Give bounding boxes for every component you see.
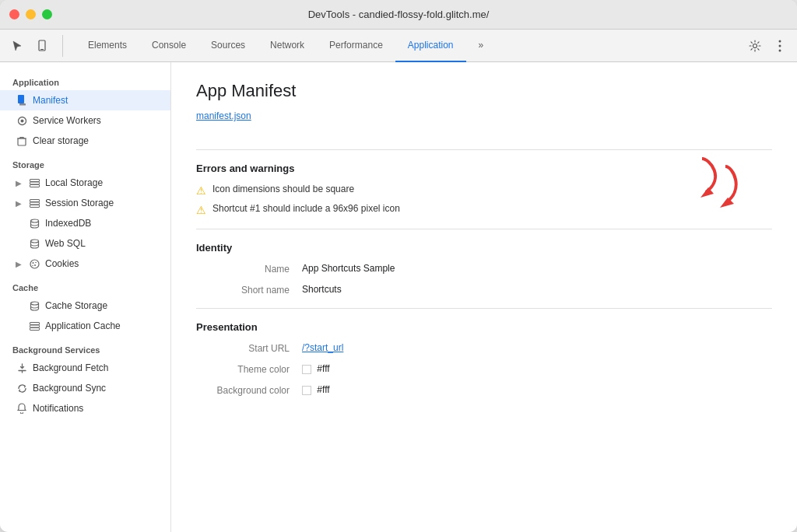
tab-application[interactable]: Application — [395, 30, 466, 62]
sidebar-item-application-cache[interactable]: Application Cache — [0, 316, 170, 336]
errors-section: Errors and warnings ⚠ Icon dimensions sh… — [196, 163, 772, 216]
svg-point-18 — [30, 240, 38, 243]
field-label-name: Name — [196, 263, 290, 275]
main-layout: Application Manifest Service Workers Cle… — [0, 62, 797, 532]
divider-3 — [196, 308, 772, 309]
divider-2 — [196, 229, 772, 229]
toolbar: Elements Console Sources Network Perform… — [0, 30, 797, 62]
toolbar-icon-group — [6, 35, 63, 57]
sidebar-item-notifications[interactable]: Notifications — [0, 398, 170, 418]
local-storage-icon — [28, 179, 40, 187]
svg-rect-7 — [19, 103, 26, 106]
more-icon[interactable] — [769, 35, 791, 57]
device-toggle-icon[interactable] — [31, 35, 53, 57]
svg-rect-26 — [30, 325, 39, 327]
tab-performance[interactable]: Performance — [317, 30, 395, 62]
window-title: DevTools - candied-flossy-fold.glitch.me… — [308, 9, 490, 20]
svg-rect-13 — [30, 184, 39, 187]
sidebar-item-clear-storage[interactable]: Clear storage — [0, 131, 170, 151]
sidebar-section-storage: Storage — [0, 151, 170, 173]
window-controls — [9, 9, 52, 19]
svg-rect-14 — [30, 199, 39, 201]
tab-list: Elements Console Sources Network Perform… — [75, 30, 738, 62]
indexeddb-icon — [28, 219, 40, 229]
svg-point-21 — [35, 261, 37, 263]
svg-rect-15 — [30, 202, 39, 205]
theme-color-swatch — [302, 365, 311, 374]
svg-point-3 — [779, 40, 781, 42]
cookies-icon — [28, 259, 40, 269]
expand-arrow-cookies: ▶ — [16, 260, 22, 268]
svg-point-5 — [779, 49, 781, 51]
error-item-1: ⚠ Icon dimensions should be square — [196, 184, 772, 197]
svg-point-24 — [30, 302, 38, 305]
divider-1 — [196, 149, 772, 150]
sidebar-item-background-fetch[interactable]: Background Fetch — [0, 358, 170, 378]
web-sql-icon — [28, 239, 40, 249]
cursor-icon[interactable] — [6, 35, 28, 57]
background-fetch-icon — [16, 363, 28, 373]
settings-icon[interactable] — [744, 35, 766, 57]
identity-section: Identity Name App Shortcuts Sample Short… — [196, 242, 772, 296]
field-label-bgcolor: Background color — [196, 384, 290, 396]
sidebar: Application Manifest Service Workers Cle… — [0, 62, 171, 532]
tab-elements[interactable]: Elements — [75, 30, 139, 62]
identity-title: Identity — [196, 242, 772, 254]
session-storage-icon — [28, 199, 40, 208]
svg-point-23 — [32, 264, 33, 265]
minimize-button[interactable] — [26, 9, 36, 19]
sidebar-section-application: Application — [0, 68, 170, 90]
manifest-link[interactable]: manifest.json — [196, 110, 251, 121]
service-workers-icon — [16, 116, 28, 126]
titlebar: DevTools - candied-flossy-fold.glitch.me… — [0, 0, 797, 30]
start-url-link[interactable]: /?start_url — [302, 342, 343, 353]
tab-network[interactable]: Network — [258, 30, 317, 62]
bg-color-swatch — [302, 386, 311, 395]
field-value-bgcolor: #fff — [302, 384, 772, 396]
tab-console[interactable]: Console — [139, 30, 198, 62]
svg-point-2 — [753, 44, 757, 47]
svg-rect-11 — [30, 179, 39, 181]
svg-rect-27 — [30, 327, 39, 330]
clear-storage-icon — [16, 136, 28, 146]
sidebar-item-cookies[interactable]: ▶ Cookies — [0, 254, 170, 274]
content-area: App Manifest manifest.json Errors and wa… — [171, 62, 797, 532]
tab-overflow[interactable]: » — [466, 30, 497, 62]
application-cache-icon — [28, 322, 40, 331]
sidebar-item-cache-storage[interactable]: Cache Storage — [0, 296, 170, 316]
sidebar-item-web-sql[interactable]: Web SQL — [0, 233, 170, 254]
field-label-starturl: Start URL — [196, 342, 290, 354]
field-value-shortname: Shortcuts — [302, 284, 772, 296]
svg-rect-12 — [30, 182, 39, 184]
sidebar-item-manifest[interactable]: Manifest — [0, 90, 170, 110]
svg-point-4 — [779, 44, 781, 47]
svg-rect-10 — [18, 138, 26, 145]
svg-point-20 — [32, 262, 33, 264]
background-sync-icon — [16, 383, 28, 394]
notifications-icon — [16, 403, 28, 414]
expand-arrow-local: ▶ — [16, 179, 22, 187]
sidebar-item-service-workers[interactable]: Service Workers — [0, 110, 170, 131]
sidebar-item-local-storage[interactable]: ▶ Local Storage — [0, 173, 170, 193]
svg-rect-16 — [30, 205, 39, 207]
svg-point-17 — [30, 219, 38, 222]
identity-table: Name App Shortcuts Sample Short name Sho… — [196, 263, 772, 296]
field-value-starturl: /?start_url — [302, 342, 772, 354]
sidebar-item-background-sync[interactable]: Background Sync — [0, 378, 170, 398]
field-value-name: App Shortcuts Sample — [302, 263, 772, 275]
sidebar-item-indexeddb[interactable]: IndexedDB — [0, 213, 170, 233]
svg-point-22 — [34, 264, 36, 266]
maximize-button[interactable] — [42, 9, 52, 19]
sidebar-item-session-storage[interactable]: ▶ Session Storage — [0, 193, 170, 213]
presentation-title: Presentation — [196, 321, 772, 333]
sidebar-section-cache: Cache — [0, 274, 170, 296]
cache-storage-icon — [28, 301, 40, 311]
manifest-icon — [16, 95, 28, 106]
page-title: App Manifest — [196, 81, 772, 101]
errors-title: Errors and warnings — [196, 163, 772, 174]
field-value-themecolor: #fff — [302, 363, 772, 375]
error-item-2: ⚠ Shortcut #1 should include a 96x96 pix… — [196, 203, 772, 216]
tab-sources[interactable]: Sources — [198, 30, 258, 62]
close-button[interactable] — [9, 9, 19, 19]
sidebar-section-bg-services: Background Services — [0, 336, 170, 358]
